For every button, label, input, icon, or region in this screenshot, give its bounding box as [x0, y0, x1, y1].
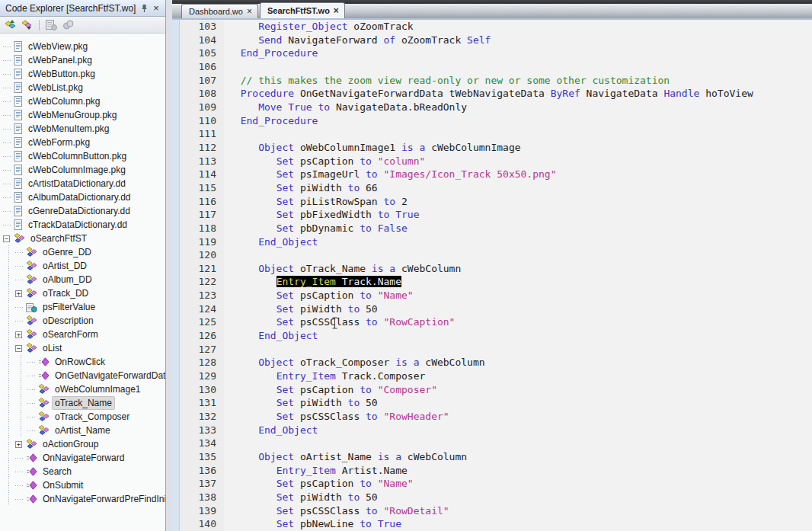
code-text[interactable]: Set psCSSClass to "RowDetail" [224, 504, 449, 518]
code-text[interactable]: Set piWidth to 50 [224, 302, 378, 316]
code-line[interactable]: 140 Set pbNewLine to True [180, 517, 812, 531]
tree-item-label[interactable]: oTrack_DD [40, 287, 91, 299]
goto-previous-object-icon[interactable] [4, 19, 18, 31]
code-line[interactable]: 105 End_Procedure [180, 46, 812, 60]
tab-searchftfst-wo[interactable]: SearchFtfST.wo× [260, 2, 345, 18]
code-line[interactable]: 116 Set piListRowSpan to 2 [180, 195, 812, 209]
code-text[interactable]: Set piWidth to 66 [224, 181, 378, 195]
code-text[interactable]: Set piWidth to 50 [224, 491, 378, 504]
code-line[interactable]: 132 Set psCSSClass to "RowHeader" [180, 410, 812, 424]
code-line[interactable]: 114 Set psImageUrl to "Images/Icon_Track… [180, 168, 812, 181]
tree-item-label[interactable]: Search [40, 465, 74, 478]
tree-item-onsubmit[interactable]: OnSubmit [3, 478, 165, 492]
tree-item-label[interactable]: oGenre_DD [40, 246, 94, 258]
code-line[interactable]: 109 Move True to NavigateData.bReadOnly [180, 101, 812, 114]
tree-item-cwebmenuitem-pkg[interactable]: cWebMenuItem.pkg [3, 122, 165, 136]
tree-item-otrack-dd[interactable]: +oTrack_DD [3, 286, 165, 300]
code-text[interactable]: Entry_Item Track.Composer [224, 369, 425, 383]
tab-close-icon[interactable]: × [334, 7, 339, 14]
code-text[interactable]: Move True to NavigateData.bReadOnly [224, 101, 467, 114]
code-text[interactable] [224, 127, 229, 141]
tree-item-cwebbutton-pkg[interactable]: cWebButton.pkg [3, 67, 165, 81]
tree-item-ongetnavigateforwarddata[interactable]: OnGetNavigateForwardData [3, 369, 165, 382]
collapse-icon[interactable]: − [3, 235, 10, 242]
code-text[interactable]: Set pbDynamic to False [224, 222, 408, 235]
tree-item-cartistdatadictionary-dd[interactable]: cArtistDataDictionary.dd [3, 177, 165, 190]
tree-item-label[interactable]: cTrackDataDictionary.dd [26, 219, 129, 231]
code-line[interactable]: 130 Set psCaption to "Composer" [180, 383, 812, 397]
tree-item-cwebpanel-pkg[interactable]: cWebPanel.pkg [3, 53, 165, 67]
tab-dashboard-wo[interactable]: Dashboard.wo× [181, 4, 258, 18]
code-text[interactable]: Set psCaption to "Name" [224, 477, 414, 491]
code-text[interactable] [224, 343, 229, 357]
tree-item-label[interactable]: oTrack_Composer [53, 411, 132, 423]
code-text[interactable]: End_Object [224, 235, 318, 249]
code-text[interactable]: End_Procedure [224, 114, 318, 128]
code-line[interactable]: 113 Set psCaption to "column" [180, 155, 812, 168]
code-text[interactable]: Set psCaption to "Name" [224, 289, 414, 302]
code-line[interactable]: 111 [180, 127, 812, 141]
code-text[interactable] [224, 248, 229, 262]
code-text[interactable]: Set pbFixedWidth to True [224, 208, 419, 222]
tree-item-label[interactable]: cGenreDataDictionary.dd [26, 205, 133, 217]
code-text[interactable]: End_Object [224, 329, 318, 343]
tab-close-icon[interactable]: × [247, 8, 252, 15]
code-line[interactable]: 127 [180, 343, 812, 357]
code-line[interactable]: 137 Set psCaption to "Name" [180, 477, 812, 491]
code-line[interactable]: 107 // this makes the zoom view read-onl… [180, 74, 812, 88]
tree-item-cwebview-pkg[interactable]: cWebView.pkg [3, 40, 165, 53]
code-text[interactable] [224, 60, 229, 74]
tree-item-label[interactable]: OnRowClick [53, 356, 107, 368]
code-text[interactable]: Object oWebColumnImage1 is a cWebColumnI… [224, 141, 521, 155]
goto-next-object-icon[interactable] [21, 19, 34, 31]
code-line[interactable]: 133 End_Object [180, 424, 812, 437]
tree-item-label[interactable]: cWebList.pkg [26, 82, 85, 94]
code-text[interactable]: Object oArtist_Name is a cWebColumn [224, 450, 467, 464]
tree-item-otrack-name[interactable]: oTrack_Name [3, 396, 165, 410]
tree-item-label[interactable]: cWebColumn.pkg [26, 95, 103, 107]
code-text[interactable]: Entry_Item Track.Name [224, 275, 401, 289]
expand-icon[interactable]: + [15, 441, 22, 448]
tree-item-onnavigateforwardprefindinit[interactable]: OnNavigateForwardPreFindInit [3, 492, 165, 506]
code-text[interactable]: Set psCSSClass to "RowCaption" [224, 315, 455, 329]
code-text[interactable]: Set psCaption to "column" [224, 155, 425, 168]
tree-item-label[interactable]: cArtistDataDictionary.dd [26, 178, 128, 190]
tree-item-label[interactable]: OnNavigateForwardPreFindInit [40, 493, 165, 505]
tree-item-odescription[interactable]: oDescription [3, 314, 165, 328]
pin-icon[interactable] [138, 2, 150, 14]
tree-item-oartist-dd[interactable]: oArtist_DD [3, 259, 165, 273]
code-text[interactable]: Procedure OnGetNavigateForwardData tWebN… [224, 87, 753, 101]
tree-item-label[interactable]: oTrack_Name [53, 397, 114, 409]
code-line[interactable]: 123 Set psCaption to "Name" [180, 289, 812, 302]
code-text[interactable]: Send NavigateForward of oZoomTrack Self [224, 34, 491, 47]
tree-item-onnavigateforward[interactable]: OnNavigateForward [3, 451, 165, 465]
code-line[interactable]: 129 Entry_Item Track.Composer [180, 369, 812, 383]
tree-item-calbumdatadictionary-dd[interactable]: cAlbumDataDictionary.dd [3, 190, 165, 204]
code-text[interactable]: Set psImageUrl to "Images/Icon_Track 50x… [224, 168, 557, 181]
code-line[interactable]: 106 [180, 60, 812, 74]
tree-item-label[interactable]: oActionGroup [40, 438, 101, 450]
close-icon[interactable]: × [150, 2, 162, 14]
tree-item-psfiltervalue[interactable]: psFilterValue [3, 300, 165, 314]
tree-item-cwebcolumn-pkg[interactable]: cWebColumn.pkg [3, 94, 165, 108]
tree-item-cwebmenugroup-pkg[interactable]: cWebMenuGroup.pkg [3, 108, 165, 122]
tree-item-cwebcolumnbutton-pkg[interactable]: cWebColumnButton.pkg [3, 149, 165, 163]
code-line[interactable]: 131 Set piWidth to 50 [180, 396, 812, 410]
code-line[interactable]: 134 [180, 437, 812, 450]
tree-item-ogenre-dd[interactable]: oGenre_DD [3, 245, 165, 259]
code-text[interactable]: // this makes the zoom view read-only or… [224, 74, 670, 88]
code-line[interactable]: 139 Set psCSSClass to "RowDetail" [180, 504, 812, 518]
tree-item-label[interactable]: cAlbumDataDictionary.dd [26, 191, 133, 203]
code-text[interactable]: Set piWidth to 50 [224, 396, 378, 410]
tree-item-osearchform[interactable]: +oSearchForm [3, 328, 165, 341]
tree-item-label[interactable]: cWebPanel.pkg [26, 54, 94, 66]
code-line[interactable]: 136 Entry_Item Artist.Name [180, 464, 812, 478]
tree-item-onrowclick[interactable]: OnRowClick [3, 355, 165, 369]
tree-item-oartist-name[interactable]: oArtist_Name [3, 424, 165, 437]
tree-item-cgenredatadictionary-dd[interactable]: cGenreDataDictionary.dd [3, 204, 165, 218]
code-line[interactable]: 128 Object oTrack_Composer is a cWebColu… [180, 356, 812, 369]
code-line[interactable]: 138 Set piWidth to 50 [180, 491, 812, 504]
tree-item-cwebcolumnimage-pkg[interactable]: cWebColumnImage.pkg [3, 163, 165, 177]
collapse-icon[interactable]: − [15, 345, 22, 352]
tree-item-label[interactable]: cWebMenuItem.pkg [26, 123, 112, 135]
